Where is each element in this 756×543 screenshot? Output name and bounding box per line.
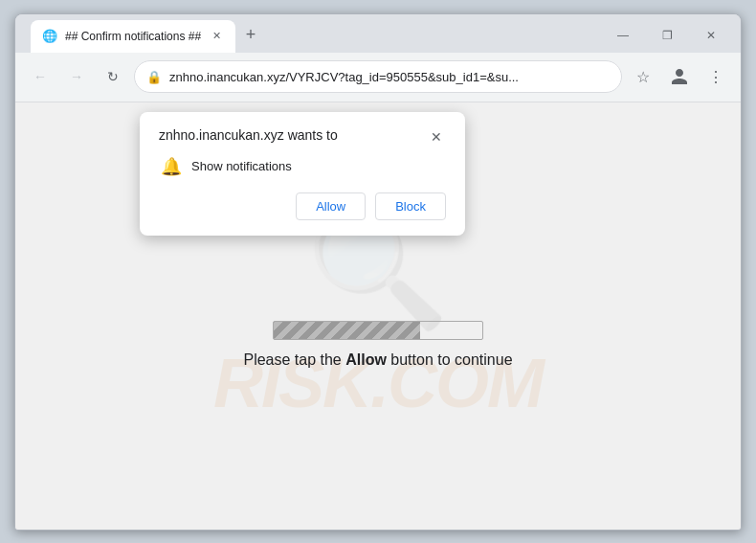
maximize-button[interactable]: ❐ xyxy=(645,22,689,49)
close-button[interactable]: ✕ xyxy=(689,22,733,49)
minimize-button[interactable]: — xyxy=(601,22,645,49)
address-text: znhno.inancukan.xyz/VYRJCV?tag_id=950555… xyxy=(169,70,610,84)
instruction-suffix: button to continue xyxy=(387,351,513,368)
dialog-notification-row: 🔔 Show notifications xyxy=(159,156,446,177)
bell-icon: 🔔 xyxy=(161,156,182,177)
tab-close-button[interactable]: ✕ xyxy=(209,29,224,44)
active-tab[interactable]: 🌐 ## Confirm notifications ## ✕ xyxy=(31,20,235,53)
instruction-prefix: Please tap the xyxy=(243,351,345,368)
notification-dialog: znhno.inancukan.xyz wants to ✕ 🔔 Show no… xyxy=(140,112,465,236)
tab-title: ## Confirm notifications ## xyxy=(65,30,201,43)
instruction-text: Please tap the Allow button to continue xyxy=(243,351,512,369)
profile-button[interactable] xyxy=(664,61,695,92)
bookmark-star-button[interactable]: ☆ xyxy=(628,61,658,92)
instruction-bold: Allow xyxy=(345,351,387,368)
window-controls: — ❐ ✕ xyxy=(601,22,733,49)
lock-icon: 🔒 xyxy=(146,70,162,84)
dialog-buttons: Allow Block xyxy=(159,192,446,220)
tab-favicon-icon: 🌐 xyxy=(42,29,57,44)
reload-button[interactable]: ↻ xyxy=(98,61,128,92)
address-input-wrap[interactable]: 🔒 znhno.inancukan.xyz/VYRJCV?tag_id=9505… xyxy=(134,60,622,93)
dialog-title: znhno.inancukan.xyz wants to xyxy=(159,127,338,143)
page-content: 🔍 RISK.COM znhno.inancukan.xyz wants to … xyxy=(15,102,741,530)
allow-button[interactable]: Allow xyxy=(296,192,366,220)
menu-button[interactable]: ⋮ xyxy=(700,61,731,92)
dialog-close-button[interactable]: ✕ xyxy=(427,127,446,147)
dialog-header: znhno.inancukan.xyz wants to ✕ xyxy=(159,127,446,147)
progress-bar xyxy=(273,321,483,340)
progress-bar-fill xyxy=(274,322,420,339)
tab-bar: 🌐 ## Confirm notifications ## ✕ + — ❐ ✕ xyxy=(15,14,741,53)
notification-label: Show notifications xyxy=(191,159,292,173)
forward-button[interactable]: → xyxy=(61,61,92,92)
block-button[interactable]: Block xyxy=(375,192,446,220)
back-button[interactable]: ← xyxy=(25,61,56,92)
address-bar: ← → ↻ 🔒 znhno.inancukan.xyz/VYRJCV?tag_i… xyxy=(15,53,741,102)
new-tab-button[interactable]: + xyxy=(237,22,264,49)
browser-window: 🌐 ## Confirm notifications ## ✕ + — ❐ ✕ … xyxy=(14,13,742,531)
page-main: Please tap the Allow button to continue xyxy=(243,321,512,369)
